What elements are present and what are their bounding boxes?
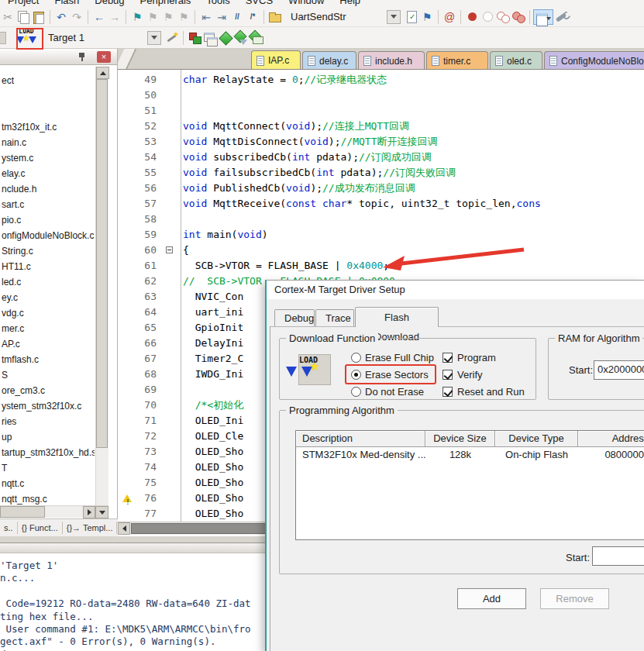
- tree-item[interactable]: elay.c: [0, 166, 95, 181]
- dialog-tab-debug[interactable]: Debug: [274, 309, 315, 327]
- combo-dropdown-icon[interactable]: [387, 10, 401, 24]
- paste-icon[interactable]: [31, 9, 46, 25]
- tree-item[interactable]: onfigModuleNoBlock.c: [0, 228, 95, 243]
- tree-item[interactable]: tmflash.c: [0, 352, 95, 367]
- dialog-tab-flash-download[interactable]: Flash Download: [355, 307, 439, 327]
- tree-item[interactable]: nclude.h: [0, 181, 95, 197]
- tree-item[interactable]: HT11.c: [0, 259, 95, 274]
- scroll-up-icon[interactable]: [96, 67, 109, 79]
- uncomment-icon[interactable]: /*: [245, 9, 260, 25]
- tree-item[interactable]: ystem.c: [0, 150, 95, 166]
- menu-svcs[interactable]: SVCS: [238, 0, 281, 7]
- tree-item[interactable]: sart.c: [0, 197, 95, 212]
- algorithm-start-input[interactable]: [592, 546, 644, 566]
- bookmark-icon[interactable]: ⚑: [129, 9, 145, 25]
- menu-tools[interactable]: Tools: [198, 0, 237, 7]
- tree-item[interactable]: pio.c: [0, 212, 95, 228]
- checkbox-program[interactable]: Program: [443, 351, 496, 363]
- column-header-description[interactable]: Description: [296, 431, 425, 447]
- tree-item[interactable]: tartup_stm32f10x_hd.s: [0, 445, 95, 460]
- breakpoint-icon[interactable]: [464, 9, 480, 25]
- menu-help[interactable]: Help: [332, 0, 368, 7]
- tree-item[interactable]: nqtt_msg.c: [0, 491, 95, 507]
- redo-icon[interactable]: ↷: [69, 9, 84, 25]
- scroll-thumb[interactable]: [96, 79, 108, 448]
- column-header-device-type[interactable]: Device Type: [495, 431, 578, 447]
- manage-rte-icon[interactable]: [218, 30, 233, 46]
- select-software-packs-icon[interactable]: [233, 30, 249, 46]
- table-row[interactable]: STM32F10x Med-density ...128kOn-chip Fla…: [296, 447, 644, 463]
- comment-icon[interactable]: //: [229, 9, 245, 25]
- menu-project[interactable]: Project: [0, 0, 46, 7]
- tree-item[interactable]: led.c: [0, 274, 95, 290]
- radio-erase-sectors[interactable]: Erase Sectors: [351, 368, 429, 381]
- undo-icon[interactable]: ↶: [53, 9, 69, 25]
- prev-bookmark-icon[interactable]: ⚑: [145, 9, 160, 25]
- panel-tab[interactable]: {}→ Templ...: [63, 522, 118, 534]
- dialog-tab-trace[interactable]: Trace: [315, 309, 354, 327]
- checkbox-verify[interactable]: Verify: [443, 368, 483, 381]
- fold-collapse-icon[interactable]: [166, 246, 173, 253]
- uart-sendstr-combo[interactable]: UartSendStr: [286, 9, 401, 25]
- project-tree-vertical-scrollbar[interactable]: [95, 67, 108, 505]
- tree-item[interactable]: mer.c: [0, 321, 95, 336]
- nav-back-icon[interactable]: ←: [91, 9, 107, 25]
- function-bookmark-icon[interactable]: [267, 9, 283, 25]
- tree-item[interactable]: S: [0, 367, 95, 383]
- add-button[interactable]: Add: [457, 588, 526, 609]
- next-bookmark-icon[interactable]: ⚑: [160, 9, 176, 25]
- menu-debug[interactable]: Debug: [87, 0, 132, 7]
- radio-erase-full-chip[interactable]: Erase Full Chip: [351, 351, 434, 363]
- copy-icon[interactable]: [15, 9, 31, 25]
- outdent-icon[interactable]: ⇤: [198, 9, 214, 25]
- editor-tab-delay.c[interactable]: delay.c: [302, 51, 356, 70]
- menu-peripherals[interactable]: Peripherals: [133, 0, 199, 7]
- project-tree-horizontal-scrollbar[interactable]: [0, 505, 108, 518]
- target-combo-dropdown-icon[interactable]: [147, 31, 161, 45]
- breakpoint-disable-all-icon[interactable]: [495, 9, 511, 25]
- tree-item[interactable]: nain.c: [0, 135, 95, 150]
- configure-icon[interactable]: [553, 9, 569, 25]
- programming-algorithm-table[interactable]: DescriptionDevice SizeDevice TypeAddress…: [295, 430, 644, 540]
- clear-bookmarks-icon[interactable]: ⚑: [176, 9, 191, 25]
- editor-tab-ConfigModuleNoBlock.c[interactable]: ConfigModuleNoBlock.c: [544, 51, 644, 70]
- tree-item[interactable]: ries: [0, 414, 95, 429]
- breakpoint-kill-all-icon[interactable]: [511, 9, 526, 25]
- editor-tab-oled.c[interactable]: oled.c: [490, 51, 542, 70]
- tree-item[interactable]: T: [0, 460, 95, 476]
- menu-flash[interactable]: Flash: [46, 0, 87, 7]
- file-extensions-icon[interactable]: [202, 30, 218, 46]
- column-header-address[interactable]: Address: [578, 431, 644, 447]
- goto-flag-icon[interactable]: ⚑: [419, 9, 435, 25]
- editor-tab-IAP.c[interactable]: IAP.c: [251, 50, 301, 70]
- tree-item[interactable]: String.c: [0, 243, 95, 259]
- tree-item[interactable]: up: [0, 429, 95, 445]
- breakpoint-disable-icon[interactable]: [480, 9, 495, 25]
- editor-tab-timer.c[interactable]: timer.c: [426, 51, 488, 70]
- target-select-combo[interactable]: Target 1: [43, 30, 144, 46]
- clipped-toolbar-icon[interactable]: [0, 32, 6, 44]
- panel-tab[interactable]: {} Funct...: [18, 522, 63, 534]
- lookup-doc-icon[interactable]: [404, 9, 419, 25]
- scroll-thumb[interactable]: [0, 506, 45, 518]
- scroll-down-icon[interactable]: [95, 506, 108, 518]
- editor-tab-include.h[interactable]: include.h: [358, 51, 425, 70]
- close-icon[interactable]: ×: [97, 51, 111, 63]
- remove-button[interactable]: Remove: [540, 588, 609, 609]
- panel-tab[interactable]: s..: [0, 522, 18, 534]
- find-symbol-icon[interactable]: @: [442, 9, 457, 25]
- component-viewer-icon[interactable]: [187, 30, 202, 46]
- scroll-right-icon[interactable]: [83, 506, 95, 518]
- tree-item[interactable]: vdg.c: [0, 305, 95, 321]
- indent-icon[interactable]: ⇥: [214, 9, 229, 25]
- tree-root-item[interactable]: ect: [0, 73, 95, 88]
- radio-do-not-erase[interactable]: Do not Erase: [351, 385, 424, 398]
- cut-icon[interactable]: ✂: [0, 9, 15, 25]
- column-header-device-size[interactable]: Device Size: [425, 431, 495, 447]
- nav-forward-icon[interactable]: →: [107, 9, 122, 25]
- tree-item[interactable]: AP.c: [0, 336, 95, 352]
- tree-item[interactable]: ey.c: [0, 290, 95, 305]
- tree-item[interactable]: tm32f10x_it.c: [0, 119, 95, 135]
- target-options-icon[interactable]: [164, 30, 180, 46]
- checkbox-reset-and-run[interactable]: Reset and Run: [443, 385, 525, 398]
